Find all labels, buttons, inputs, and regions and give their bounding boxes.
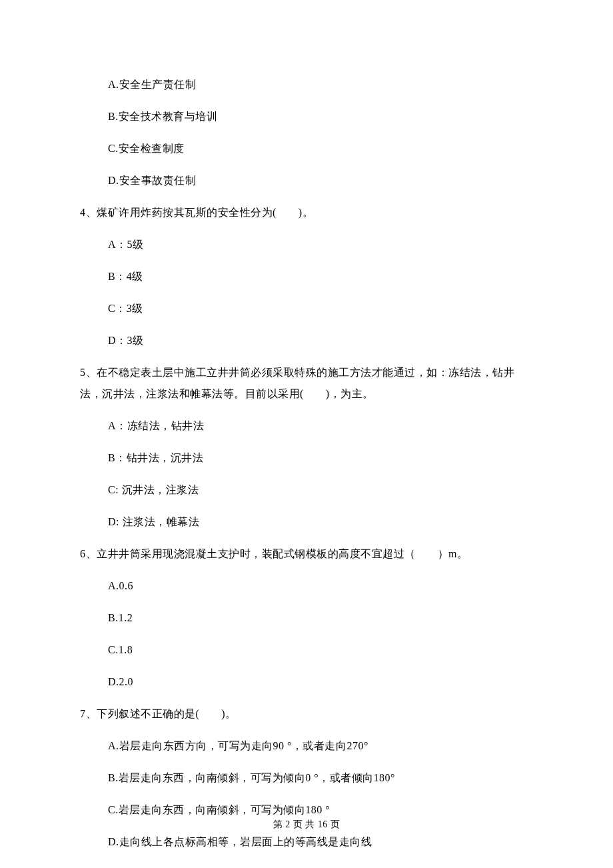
q7-option-b: B.岩层走向东西，向南倾斜，可写为倾向0 °，或者倾向180° — [80, 770, 533, 786]
q3-option-d: D.安全事故责任制 — [80, 173, 533, 189]
q5-option-b: B：钻井法，沉井法 — [80, 450, 533, 466]
q5-option-a: A：冻结法，钻井法 — [80, 418, 533, 434]
q4-option-a: A：5级 — [80, 237, 533, 253]
q6-text: 6、立井井筒采用现浇混凝土支护时，装配式钢模板的高度不宜超过（ ）m。 — [80, 546, 533, 562]
q4-option-c: C：3级 — [80, 301, 533, 317]
q6-option-c: C.1.8 — [80, 642, 533, 658]
q3-option-c: C.安全检查制度 — [80, 141, 533, 157]
q6-option-b: B.1.2 — [80, 610, 533, 626]
q6-option-d: D.2.0 — [80, 674, 533, 690]
q7-text: 7、下列叙述不正确的是( )。 — [80, 706, 533, 722]
q5-option-d: D: 注浆法，帷幕法 — [80, 514, 533, 530]
q7-option-d: D.走向线上各点标高相等，岩层面上的等高线是走向线 — [80, 834, 533, 850]
document-content: A.安全生产责任制 B.安全技术教育与培训 C.安全检查制度 D.安全事故责任制… — [0, 0, 613, 850]
q3-option-a: A.安全生产责任制 — [80, 77, 533, 93]
q5-text-line1: 5、在不稳定表土层中施工立井井筒必须采取特殊的施工方法才能通过，如：冻结法，钻井 — [80, 365, 533, 381]
q4-option-d: D：3级 — [80, 333, 533, 349]
q4-text: 4、煤矿许用炸药按其瓦斯的安全性分为( )。 — [80, 205, 533, 221]
q5-option-c: C: 沉井法，注浆法 — [80, 482, 533, 498]
q3-option-b: B.安全技术教育与培训 — [80, 109, 533, 125]
q7-option-c: C.岩层走向东西，向南倾斜，可写为倾向180 ° — [80, 802, 533, 818]
page-footer: 第 2 页 共 16 页 — [0, 817, 613, 831]
q5-text-line2: 法，沉井法，注浆法和帷幕法等。目前以采用( )，为主。 — [80, 386, 533, 402]
q7-option-a: A.岩层走向东西方向，可写为走向90 °，或者走向270° — [80, 738, 533, 754]
q6-option-a: A.0.6 — [80, 578, 533, 594]
q4-option-b: B：4级 — [80, 269, 533, 285]
